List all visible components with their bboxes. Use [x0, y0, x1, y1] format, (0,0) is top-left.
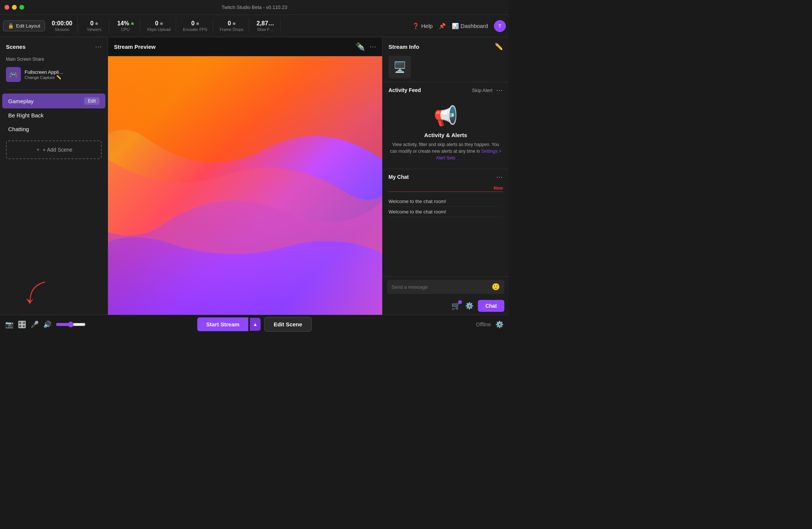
- chat-messages: Welcome to the chat room! Welcome to the…: [383, 195, 509, 276]
- activity-heading: Activity & Alerts: [424, 132, 467, 138]
- stat-slow-value: 2,87…: [257, 20, 274, 27]
- preview-controls: ✒️ ⋯: [355, 42, 376, 51]
- chat-input[interactable]: [391, 284, 492, 290]
- help-button[interactable]: ❓ Help: [412, 23, 433, 29]
- stat-slow-label: Slow F…: [257, 27, 274, 32]
- close-icon[interactable]: [4, 5, 9, 10]
- stat-frame-drops-label: Frame Drops: [220, 27, 244, 32]
- stat-encoder-fps: 0 Encoder FPS: [178, 19, 213, 33]
- preview-area: Stream Preview ✒️ ⋯: [108, 37, 382, 315]
- stream-info-edit-button[interactable]: ✏️: [495, 42, 503, 51]
- scene-item-chatting[interactable]: Chatting: [2, 122, 105, 136]
- kbps-dot: [160, 22, 163, 25]
- scene-item-be-right-back[interactable]: Be Right Back: [2, 108, 105, 122]
- stat-kbps-label: Kbps Upload: [147, 27, 171, 32]
- app-title: Twitch Studio Beta - v0.110.23: [222, 4, 287, 10]
- capture-name: Fullscreen Appli…: [25, 69, 64, 75]
- stat-cpu-value: 14%: [117, 20, 134, 27]
- divider: [6, 89, 102, 90]
- help-icon: ❓: [412, 23, 419, 29]
- mic-button[interactable]: 🎤: [31, 320, 39, 329]
- activity-feed-header: Activity Feed Skip Alert ⋯: [383, 82, 509, 97]
- chat-menu-button[interactable]: ⋯: [496, 173, 503, 181]
- skip-alert-button[interactable]: Skip Alert: [472, 88, 492, 93]
- start-stream-button[interactable]: Start Stream: [197, 317, 248, 331]
- capture-icon: 🎮: [6, 67, 21, 82]
- dashboard-icon: 📊: [452, 23, 459, 29]
- volume-slider[interactable]: [56, 321, 86, 327]
- edit-layout-button[interactable]: 🔒 Edit Layout: [3, 20, 45, 31]
- help-label: Help: [421, 23, 433, 29]
- dashboard-button[interactable]: 📊 Dashboard: [452, 23, 488, 29]
- stat-session: 0:00:00 Session: [47, 19, 78, 33]
- add-scene-button[interactable]: ＋ + Add Scene: [6, 140, 102, 159]
- stat-cpu: 14% CPU: [111, 19, 140, 33]
- toolbar-right: ❓ Help 📌 📊 Dashboard T: [412, 20, 506, 32]
- stream-info-header: Stream Info ✏️: [383, 37, 509, 54]
- sidebar-header: Scenes ⋯: [0, 37, 108, 54]
- scene-gameplay-label: Gameplay: [8, 98, 84, 104]
- scene-chatting-label: Chatting: [8, 126, 99, 132]
- megaphone-icon: 📢: [434, 105, 458, 127]
- sidebar-title: Scenes: [6, 44, 26, 50]
- cart-button[interactable]: 🛒: [451, 301, 461, 310]
- scene-edit-button[interactable]: Edit: [84, 97, 99, 105]
- chat-settings-button[interactable]: ⚙️: [465, 302, 473, 310]
- bottom-settings-button[interactable]: ⚙️: [495, 320, 504, 329]
- minimize-icon[interactable]: [12, 5, 17, 10]
- stat-session-label: Session: [55, 27, 69, 32]
- stat-session-value: 0:00:00: [52, 20, 72, 27]
- lock-icon: 🔒: [8, 23, 14, 29]
- bottom-right: Offline ⚙️: [476, 320, 504, 329]
- scene-item-gameplay[interactable]: Gameplay Edit: [2, 94, 105, 108]
- chat-section: My Chat ⋯ New Welcome to the chat room! …: [383, 169, 509, 315]
- preview-canvas: [108, 56, 382, 315]
- stat-kbps: 0 Kbps Upload: [142, 19, 176, 33]
- scenes-sidebar: Scenes ⋯ Main Screen Share 🎮 Fullscreen …: [0, 37, 108, 315]
- toolbar: 🔒 Edit Layout 0:00:00 Session 0 Viewers …: [0, 15, 509, 37]
- capture-change[interactable]: Change Capture ✏️: [25, 75, 64, 80]
- chat-message-1: Welcome to the chat room!: [388, 196, 503, 207]
- maximize-icon[interactable]: [19, 5, 24, 10]
- activity-feed-title: Activity Feed: [388, 87, 421, 93]
- stream-caret-button[interactable]: ▲: [250, 318, 261, 331]
- preview-signature-button[interactable]: ✒️: [355, 42, 365, 51]
- bottom-center: Start Stream ▲ Edit Scene: [197, 317, 312, 332]
- avatar[interactable]: T: [494, 20, 506, 32]
- stat-viewers-value: 0: [90, 20, 98, 27]
- scene-be-right-back-label: Be Right Back: [8, 112, 99, 118]
- preview-header: Stream Preview ✒️ ⋯: [108, 37, 382, 56]
- stat-cpu-label: CPU: [121, 27, 130, 32]
- stat-viewers-label: Viewers: [87, 27, 101, 32]
- emoji-button[interactable]: 🙂: [492, 283, 500, 291]
- edit-pencil-icon: ✏️: [56, 75, 61, 80]
- section-label: Main Screen Share: [0, 54, 108, 64]
- cpu-dot: [131, 22, 134, 25]
- titlebar: Twitch Studio Beta - v0.110.23: [0, 0, 509, 15]
- preview-menu-button[interactable]: ⋯: [369, 42, 376, 51]
- main-layout: Scenes ⋯ Main Screen Share 🎮 Fullscreen …: [0, 37, 509, 315]
- chat-title: My Chat: [388, 174, 409, 180]
- activity-feed-menu-button[interactable]: ⋯: [496, 86, 503, 94]
- right-panel: Stream Info ✏️ 🖥️ Activity Feed Skip Ale…: [382, 37, 509, 315]
- frames-dot: [233, 22, 235, 25]
- pin-button[interactable]: 📌: [439, 23, 446, 29]
- stat-encoder-fps-value: 0: [191, 20, 199, 27]
- sidebar-menu-button[interactable]: ⋯: [95, 42, 102, 51]
- traffic-lights: [4, 5, 24, 10]
- mixer-button[interactable]: 🎛️: [18, 320, 26, 329]
- volume-button[interactable]: 🔊: [43, 320, 51, 329]
- chat-bottom-bar: 🛒 ⚙️ Chat: [383, 297, 509, 315]
- cart-badge: [458, 300, 462, 304]
- pin-icon: 📌: [439, 23, 446, 29]
- stream-thumbnail: 🖥️: [388, 56, 411, 78]
- edit-scene-button[interactable]: Edit Scene: [264, 317, 312, 332]
- add-icon: ＋: [35, 146, 41, 153]
- chat-button[interactable]: Chat: [478, 300, 504, 312]
- add-scene-label: + Add Scene: [43, 147, 73, 153]
- chat-input-wrap: 🙂: [387, 280, 504, 294]
- stat-frame-drops-value: 0: [228, 20, 235, 27]
- wave-overlay: [108, 56, 382, 315]
- stat-kbps-value: 0: [155, 20, 163, 27]
- camera-button[interactable]: 📷: [5, 320, 13, 329]
